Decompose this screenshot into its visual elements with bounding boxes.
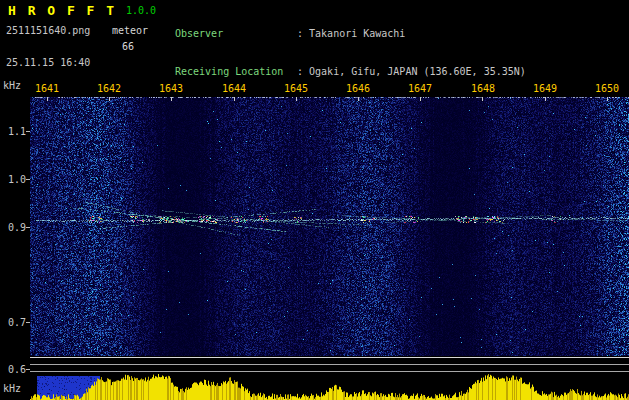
level-gridline [30,364,629,365]
time-tick-label: 1648 [470,83,496,94]
app-version: 1.0.0 [126,5,156,16]
info-label: Observer [175,28,297,41]
info-value: Takanori Kawachi [309,28,405,39]
level-gridline [30,371,629,372]
freq-unit-bottom: kHz [3,383,21,394]
freq-unit-top: kHz [3,80,21,91]
info-separator: : [297,28,309,39]
time-tick-label: 1644 [221,83,247,94]
info-row: Observer: Takanori Kawachi [175,28,526,41]
freq-tick-label: 1.1 [2,126,26,137]
time-tick-label: 1641 [34,83,60,94]
time-tick-label: 1646 [345,83,371,94]
freq-tick-label: 0.7 [2,317,26,328]
freq-tick-label: 1.0 [2,174,26,185]
info-row: Receiving Location: Ogaki, Gifu, JAPAN (… [175,66,526,79]
info-value: Ogaki, Gifu, JAPAN (136.60E, 35.35N) [309,66,526,77]
spectrogram-canvas [30,97,629,356]
app-title: H R O F F T [8,3,116,18]
freq-tick-label: 0.6 [2,364,26,375]
time-tick-label: 1650 [594,83,620,94]
output-filename: 2511151640.png [6,25,90,36]
info-separator: : [297,66,309,77]
time-tick-label: 1645 [283,83,309,94]
time-tick-label: 1643 [158,83,184,94]
level-gridline [30,357,629,358]
time-tick-label: 1642 [96,83,122,94]
echo-count: 66 [122,41,134,52]
hrofft-window: H R O F F T 1.0.0 2511151640.png meteor … [0,0,629,400]
freq-tick-mark [26,369,30,370]
mode-label: meteor [112,25,148,36]
level-graph-canvas [30,373,629,400]
time-tick-label: 1649 [532,83,558,94]
observation-timestamp: 25.11.15 16:40 [6,57,90,68]
time-tick-label: 1647 [407,83,433,94]
freq-tick-label: 0.9 [2,222,26,233]
info-label: Receiving Location [175,66,297,79]
